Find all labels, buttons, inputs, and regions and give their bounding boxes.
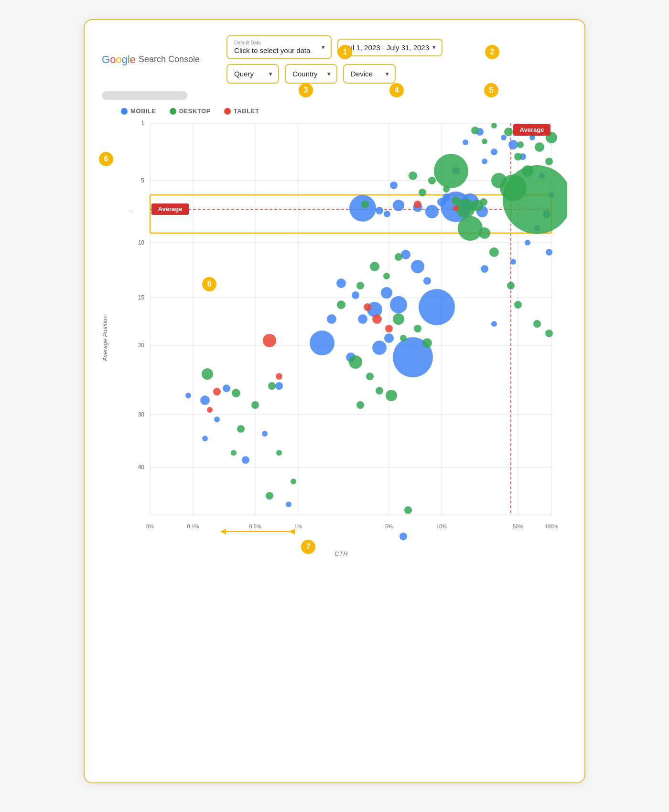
data-selector-value: Click to select your data — [234, 46, 310, 54]
svg-point-154 — [263, 334, 276, 347]
data-selector-label: Default Data — [234, 40, 261, 45]
svg-point-148 — [213, 388, 221, 395]
svg-point-110 — [458, 216, 483, 241]
desktop-label: DESKTOP — [179, 107, 211, 115]
svg-point-120 — [356, 282, 364, 289]
svg-point-135 — [237, 425, 245, 433]
filter-dropdown-row: Query ▼ Country ▼ Device ▼ — [211, 64, 567, 84]
badge-6: 6 — [99, 152, 113, 166]
svg-point-112 — [489, 247, 499, 257]
svg-point-66 — [202, 436, 208, 441]
device-filter-label: Device — [351, 70, 373, 78]
svg-text:Average: Average — [158, 205, 183, 213]
svg-point-70 — [491, 321, 497, 327]
svg-text:Average: Average — [520, 126, 544, 133]
svg-text:30: 30 — [138, 411, 145, 418]
svg-point-143 — [482, 139, 487, 144]
svg-point-134 — [202, 368, 213, 380]
svg-point-136 — [231, 450, 237, 456]
svg-point-59 — [384, 333, 394, 343]
svg-point-57 — [372, 341, 387, 355]
svg-point-89 — [384, 211, 390, 217]
svg-point-42 — [393, 200, 404, 211]
svg-point-61 — [275, 382, 283, 390]
query-arrow: ▼ — [268, 71, 273, 77]
svg-point-132 — [251, 401, 259, 409]
svg-point-122 — [393, 313, 404, 325]
legend-mobile: MOBILE — [121, 107, 156, 115]
country-arrow: ▼ — [326, 71, 332, 77]
svg-point-46 — [411, 260, 424, 273]
svg-text:0.1%: 0.1% — [187, 524, 199, 529]
svg-text:10%: 10% — [436, 524, 447, 529]
svg-text:5%: 5% — [385, 524, 393, 529]
svg-point-49 — [390, 296, 407, 313]
svg-point-69 — [286, 502, 291, 507]
chart-outer: Average Position — [102, 118, 567, 557]
data-selector-dropdown[interactable]: Default Data Click to select your data ▼ — [227, 35, 332, 59]
badge-8: 8 — [202, 277, 216, 291]
badge-2: 2 — [485, 45, 499, 59]
svg-point-95 — [514, 153, 522, 160]
device-arrow: ▼ — [384, 71, 390, 77]
tablet-label: TABLET — [234, 107, 259, 115]
search-bar-placeholder — [102, 91, 188, 100]
badge-4: 4 — [389, 83, 404, 97]
svg-point-94 — [522, 165, 533, 177]
svg-point-48 — [419, 289, 455, 325]
arrow-annotation-7 — [219, 527, 296, 536]
svg-point-75 — [501, 135, 507, 140]
data-selector-arrow: ▼ — [320, 44, 326, 51]
svg-point-123 — [414, 325, 421, 332]
svg-point-137 — [276, 450, 282, 456]
date-selector-dropdown[interactable]: Jul 1, 2023 - July 31, 2023 ▼ — [337, 39, 442, 56]
svg-point-76 — [508, 140, 518, 150]
device-filter-dropdown[interactable]: Device ▼ — [343, 64, 396, 84]
query-filter-dropdown[interactable]: Query ▼ — [227, 64, 279, 84]
header-row: Google Search Console Default Data Click… — [102, 35, 567, 84]
svg-point-114 — [514, 301, 522, 309]
date-selector-arrow: ▼ — [431, 44, 437, 51]
svg-point-127 — [366, 373, 374, 380]
svg-point-40 — [437, 198, 446, 206]
svg-text:0%: 0% — [146, 524, 154, 529]
svg-point-113 — [507, 282, 515, 289]
svg-point-121 — [337, 300, 345, 309]
svg-point-126 — [349, 355, 362, 369]
svg-point-45 — [401, 250, 410, 259]
svg-point-53 — [352, 291, 359, 299]
svg-point-133 — [232, 389, 240, 397]
header-dropdowns: Default Data Click to select your data ▼… — [211, 35, 567, 84]
svg-point-141 — [471, 127, 479, 134]
svg-point-47 — [423, 277, 431, 285]
svg-text:20: 20 — [138, 342, 145, 349]
svg-point-104 — [361, 201, 369, 208]
svg-point-125 — [400, 335, 407, 342]
svg-text:40: 40 — [138, 464, 145, 470]
date-selector-value: Jul 1, 2023 - July 31, 2023 — [345, 43, 429, 52]
svg-point-130 — [386, 390, 397, 401]
svg-point-90 — [390, 182, 398, 189]
svg-point-144 — [517, 141, 524, 148]
svg-point-72 — [510, 259, 516, 265]
svg-point-65 — [214, 417, 220, 422]
svg-point-71 — [481, 265, 488, 273]
svg-point-139 — [291, 479, 296, 484]
svg-point-39 — [425, 205, 439, 218]
svg-point-78 — [482, 159, 487, 164]
svg-point-67 — [262, 431, 268, 437]
svg-point-88 — [546, 249, 552, 256]
svg-point-117 — [395, 253, 402, 261]
svg-text:5: 5 — [141, 177, 144, 184]
country-filter-dropdown[interactable]: Country ▼ — [285, 64, 337, 84]
svg-text:15: 15 — [138, 294, 145, 301]
x-axis-label: CTR — [115, 550, 567, 557]
app-subtitle: Search Console — [139, 54, 200, 64]
main-card: 1 2 3 4 5 6 7 8 Google Search Console De… — [84, 19, 585, 783]
badge-3: 3 — [299, 83, 313, 97]
svg-point-124 — [422, 338, 432, 348]
svg-point-62 — [223, 385, 230, 392]
svg-point-105 — [419, 189, 426, 196]
svg-point-149 — [207, 407, 213, 413]
svg-point-64 — [185, 393, 191, 398]
